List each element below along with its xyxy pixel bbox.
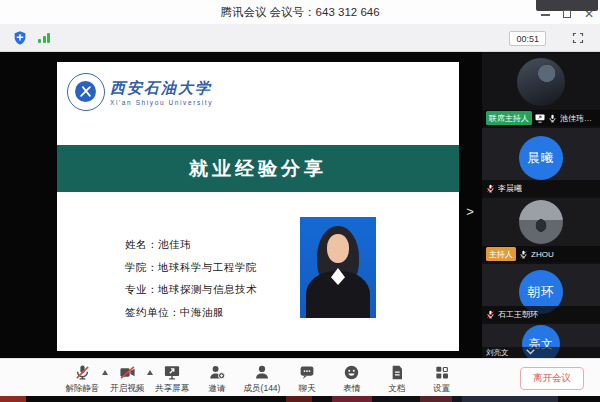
- share-screen-button[interactable]: 共享屏幕: [150, 363, 195, 395]
- invite-icon: [208, 363, 226, 381]
- slide-title-banner: 就业经验分享: [57, 145, 459, 192]
- camera-muted-icon: [118, 363, 137, 381]
- tool-label: 共享屏幕: [155, 383, 189, 395]
- participant-tile[interactable]: 晨曦 李晨曦: [482, 128, 600, 196]
- unmute-button[interactable]: 解除静音: [60, 363, 105, 395]
- members-button[interactable]: 成员(144): [240, 363, 285, 395]
- id-photo: [300, 217, 376, 318]
- participant-name: 刘亮文: [486, 348, 509, 358]
- tool-label: 聊天: [298, 383, 315, 395]
- mic-on-icon: [548, 114, 557, 123]
- university-emblem-icon: [67, 73, 105, 111]
- members-icon: [253, 363, 271, 381]
- invite-button[interactable]: 邀请: [195, 363, 240, 395]
- avatar: 晨曦: [519, 136, 563, 180]
- tool-label: 表情: [343, 383, 360, 395]
- participant-name: 池佳玮的...: [560, 113, 596, 124]
- tool-label: 成员(144): [244, 383, 281, 395]
- fullscreen-icon[interactable]: [572, 32, 584, 44]
- slide-title: 就业经验分享: [57, 145, 459, 192]
- close-icon[interactable]: ✕: [584, 9, 594, 19]
- share-screen-icon: [163, 363, 181, 381]
- window-controls: ✕: [541, 0, 594, 24]
- docs-button[interactable]: 文档: [374, 363, 419, 395]
- avatar: [517, 58, 565, 106]
- mic-muted-icon: [74, 363, 91, 381]
- info-employer: 签约单位：中海油服: [125, 306, 257, 320]
- minimize-icon[interactable]: [541, 14, 550, 16]
- participant-name: 李晨曦: [498, 183, 522, 194]
- participant-name: ZHOU: [531, 250, 554, 259]
- meeting-timer: 00:51: [509, 31, 546, 46]
- host-badge: 主持人: [486, 247, 516, 261]
- leave-meeting-button[interactable]: 离开会议: [520, 367, 584, 390]
- university-name-cn: 西安石油大学: [110, 79, 213, 98]
- avatar: [519, 200, 563, 244]
- participant-tile[interactable]: 主持人 ZHOU: [482, 198, 600, 262]
- participant-name: 石工王朝环: [498, 309, 538, 320]
- mic-muted-icon: [486, 310, 495, 319]
- cohost-badge: 联席主持人: [486, 111, 532, 125]
- sidebar-toggle-chevron-icon[interactable]: >: [463, 202, 477, 222]
- tool-label: 解除静音: [65, 383, 99, 395]
- participants-sidebar: 联席主持人 池佳玮的... 晨曦 李晨曦 主持人: [482, 52, 600, 358]
- tool-label: 邀请: [209, 383, 226, 395]
- settings-button[interactable]: 设置: [419, 363, 464, 395]
- chat-button[interactable]: 聊天: [284, 363, 329, 395]
- info-college: 学院：地球科学与工程学院: [125, 261, 257, 275]
- document-icon: [389, 363, 405, 381]
- university-name-en: Xi'an Shiyou University: [110, 99, 213, 106]
- participant-tile[interactable]: 朝环 石工王朝环: [482, 264, 600, 322]
- reactions-button[interactable]: 表情: [329, 363, 374, 395]
- network-signal-icon[interactable]: [38, 33, 50, 43]
- participant-tile[interactable]: 亮文 刘亮文: [482, 324, 600, 358]
- chevron-down-icon[interactable]: [526, 348, 535, 357]
- info-major: 专业：地球探测与信息技术: [125, 283, 257, 297]
- meeting-title: 腾讯会议 会议号：643 312 646: [0, 0, 600, 24]
- meeting-status-bar: 00:51: [0, 24, 600, 52]
- info-name: 姓名：池佳玮: [125, 238, 257, 252]
- mic-muted-icon: [486, 184, 495, 193]
- tool-label: 设置: [433, 383, 450, 395]
- mic-muted-icon: [519, 250, 528, 259]
- slide-info-block: 姓名：池佳玮 学院：地球科学与工程学院 专业：地球探测与信息技术 签约单位：中海…: [125, 238, 257, 328]
- settings-grid-icon: [434, 363, 450, 381]
- screen-sharing-icon: [535, 114, 545, 123]
- start-video-button[interactable]: 开启视频: [105, 363, 150, 395]
- window-title-bar: 腾讯会议 会议号：643 312 646 ✕: [0, 0, 600, 24]
- desktop-taskbar-sliver: [0, 396, 600, 402]
- tool-label: 开启视频: [110, 383, 144, 395]
- tool-label: 文档: [388, 383, 405, 395]
- security-shield-icon[interactable]: [12, 30, 28, 46]
- university-logo: 西安石油大学 Xi'an Shiyou University: [67, 73, 213, 111]
- meeting-toolbar: 解除静音 开启视频 共享屏幕 邀请 成员(144): [0, 358, 600, 396]
- participant-tile[interactable]: 联席主持人 池佳玮的...: [482, 54, 600, 126]
- chat-icon: [298, 363, 316, 381]
- maximize-icon[interactable]: [563, 10, 571, 18]
- shared-slide: 西安石油大学 Xi'an Shiyou University 就业经验分享 姓名…: [57, 62, 459, 351]
- meeting-stage: 西安石油大学 Xi'an Shiyou University 就业经验分享 姓名…: [0, 52, 600, 358]
- emoji-icon: [343, 363, 360, 381]
